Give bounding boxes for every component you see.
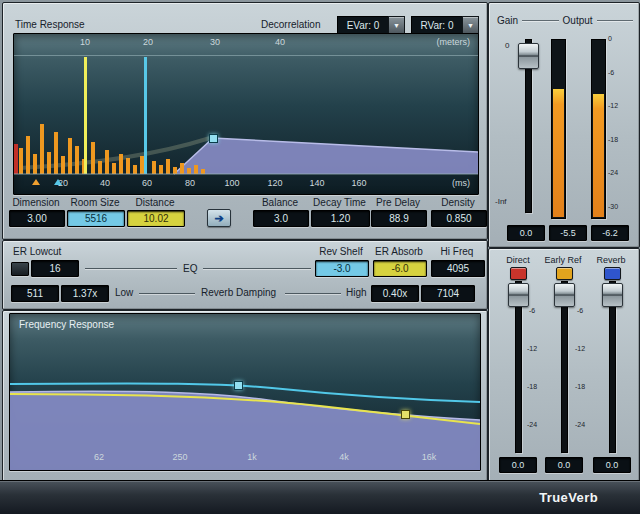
distance-marker-line xyxy=(84,57,87,174)
evar-dropdown-arrow-icon[interactable]: ▼ xyxy=(388,16,405,34)
low-damping-freq-value[interactable]: 511 xyxy=(11,285,59,302)
pre-delay-control: Pre Delay 88.9 xyxy=(371,197,425,227)
room-size-control: Room Size 5516 xyxy=(67,197,123,227)
mix-scale-tick: -6 xyxy=(577,307,583,314)
reverb-fader-cap[interactable] xyxy=(604,267,621,280)
density-label: Density xyxy=(431,197,485,208)
damping-divider-left xyxy=(139,293,195,294)
gain-readout[interactable]: 0.0 xyxy=(507,225,545,241)
er-lowcut-label: ER Lowcut xyxy=(13,246,61,257)
early-ref-label: Early Ref xyxy=(539,255,587,265)
high-label: High xyxy=(346,287,367,298)
mix-scale-tick: -24 xyxy=(575,421,585,428)
ms-tick: 80 xyxy=(185,178,195,188)
distance-label: Distance xyxy=(127,197,183,208)
damping-divider-right xyxy=(285,293,341,294)
early-ref-fader-thumb[interactable] xyxy=(554,283,575,307)
decorrelation-label: Decorrelation xyxy=(261,19,320,30)
dimension-control: Dimension 3.00 xyxy=(9,197,63,227)
rev-shelf-handle[interactable] xyxy=(234,381,243,390)
density-control: Density 0.850 xyxy=(431,197,485,227)
room-size-value[interactable]: 5516 xyxy=(67,210,125,227)
ms-tick: 60 xyxy=(142,178,152,188)
output-meter-left-readout[interactable]: -5.5 xyxy=(549,225,587,241)
output-meter-right-readout[interactable]: -6.2 xyxy=(591,225,629,241)
reverb-time-marker-icon[interactable] xyxy=(54,179,62,185)
eq-divider-left xyxy=(85,268,177,269)
freq-tick: 62 xyxy=(94,452,104,462)
output-meter-right xyxy=(591,39,606,219)
mix-scale-tick: -12 xyxy=(575,345,585,352)
link-button[interactable]: ➔ xyxy=(207,209,231,227)
decay-time-label: Decay Time xyxy=(311,197,368,208)
er-time-marker-icon[interactable] xyxy=(32,179,40,185)
meter-scale-tick: -30 xyxy=(608,203,618,210)
density-value[interactable]: 0.850 xyxy=(431,210,487,227)
reverb-fader-thumb[interactable] xyxy=(602,283,623,307)
mix-scale-tick: -12 xyxy=(527,345,537,352)
meter-scale-tick: -24 xyxy=(608,169,618,176)
pre-delay-value[interactable]: 88.9 xyxy=(371,210,427,227)
er-lowcut-toggle[interactable] xyxy=(11,262,29,276)
ms-tick: 40 xyxy=(100,178,110,188)
time-response-graph[interactable]: 10 20 30 40 (meters) 20 40 60 80 100 120 xyxy=(13,33,479,195)
high-damping-ratio-value[interactable]: 0.40x xyxy=(371,285,419,302)
freq-tick: 4k xyxy=(339,452,349,462)
ms-tick: 160 xyxy=(351,178,366,188)
rvar-dropdown-arrow-icon[interactable]: ▼ xyxy=(462,16,479,34)
room-size-marker-line xyxy=(144,57,147,174)
er-lowcut-value[interactable]: 16 xyxy=(31,260,79,277)
mix-section: Direct Early Ref Reverb -6 -12 -18 -24 -… xyxy=(488,248,640,482)
output-label: Output xyxy=(563,15,593,26)
rev-shelf-label: Rev Shelf xyxy=(315,246,367,257)
plugin-brand: TrueVerb xyxy=(539,490,598,505)
gain-fader-thumb[interactable] xyxy=(518,43,539,69)
time-response-plot xyxy=(14,34,478,194)
er-absorb-value[interactable]: -6.0 xyxy=(373,260,427,277)
direct-fader-thumb[interactable] xyxy=(508,283,529,307)
frequency-response-section: Frequency Response 62 250 1k 4k 16k xyxy=(2,310,488,482)
reverb-level-handle[interactable] xyxy=(209,134,218,143)
time-response-section: Time Response Decorrelation EVar: 0 ▼ RV… xyxy=(2,2,488,240)
er-absorb-label: ER Absorb xyxy=(373,246,425,257)
room-size-label: Room Size xyxy=(67,197,123,208)
early-ref-readout[interactable]: 0.0 xyxy=(545,457,583,473)
rvar-dropdown[interactable]: RVar: 0 xyxy=(411,16,463,34)
decay-time-control: Decay Time 1.20 xyxy=(311,197,368,227)
output-section: Gain Output 0 -Inf 0 -6 -12 -18 -24 -30 … xyxy=(488,2,640,248)
mix-scale-tick: -6 xyxy=(529,307,535,314)
low-damping-ratio-value[interactable]: 1.37x xyxy=(61,285,109,302)
reverb-damping-label: Reverb Damping xyxy=(201,287,276,298)
link-arrow-icon: ➔ xyxy=(214,212,223,225)
frequency-response-graph[interactable]: Frequency Response 62 250 1k 4k 16k xyxy=(9,313,481,471)
output-meter-left-fill xyxy=(553,89,564,217)
eq-divider-right xyxy=(203,268,311,269)
gain-scale-top: 0 xyxy=(505,41,509,50)
balance-value[interactable]: 3.0 xyxy=(253,210,309,227)
ms-tick: 100 xyxy=(224,178,239,188)
er-absorb-handle[interactable] xyxy=(401,410,410,419)
output-meter-left xyxy=(551,39,566,219)
output-meter-right-fill xyxy=(593,94,604,217)
ms-tick: 120 xyxy=(267,178,282,188)
dimension-value[interactable]: 3.00 xyxy=(9,210,65,227)
gain-label: Gain xyxy=(497,15,518,26)
distance-value[interactable]: 10.02 xyxy=(127,210,185,227)
hi-freq-label: Hi Freq xyxy=(431,246,483,257)
meter-scale-tick: -12 xyxy=(608,102,618,109)
low-label: Low xyxy=(115,287,133,298)
reverb-readout[interactable]: 0.0 xyxy=(593,457,631,473)
decay-time-value[interactable]: 1.20 xyxy=(311,210,370,227)
rev-shelf-value[interactable]: -3.0 xyxy=(315,260,369,277)
distance-control: Distance 10.02 xyxy=(127,197,183,227)
early-ref-fader-cap[interactable] xyxy=(556,267,573,280)
mix-scale-tick: -18 xyxy=(575,383,585,390)
direct-readout[interactable]: 0.0 xyxy=(499,457,537,473)
high-damping-freq-value[interactable]: 7104 xyxy=(421,285,475,302)
ms-unit-label: (ms) xyxy=(452,178,470,188)
direct-fader-cap[interactable] xyxy=(510,267,527,280)
bottom-bar: TrueVerb xyxy=(0,480,640,514)
balance-label: Balance xyxy=(253,197,307,208)
evar-dropdown[interactable]: EVar: 0 xyxy=(337,16,389,34)
hi-freq-value[interactable]: 4095 xyxy=(431,260,485,277)
